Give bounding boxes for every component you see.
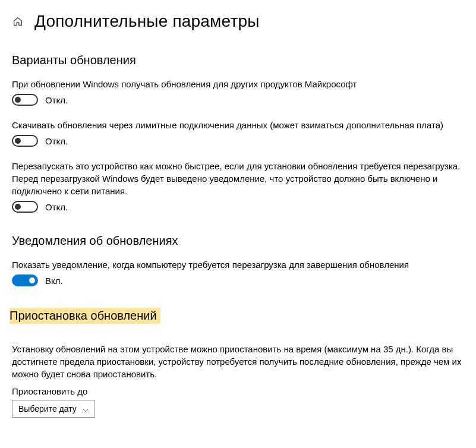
toggle-state-label: Откл.	[45, 95, 68, 105]
section-notifications: Уведомления об обновлениях Показать увед…	[12, 234, 464, 286]
section-pause-updates: Приостановка обновлений Установку обновл…	[12, 308, 464, 418]
section-title-pause-updates: Приостановка обновлений	[10, 308, 160, 324]
pause-description: Установку обновлений на этом устройстве …	[12, 343, 464, 380]
toggle-state-label: Откл.	[45, 136, 68, 146]
toggle-knob	[15, 138, 21, 144]
toggle-knob	[15, 204, 21, 210]
page-header: Дополнительные параметры	[12, 12, 464, 31]
option-desc: Перезапускать это устройство как можно б…	[12, 160, 464, 197]
option-desc: При обновлении Windows получать обновлен…	[12, 78, 464, 90]
toggle-restart-notification[interactable]	[12, 275, 38, 286]
toggle-row: Вкл.	[12, 275, 464, 286]
section-update-options: Варианты обновления При обновлении Windo…	[12, 53, 464, 213]
toggle-metered-connection[interactable]	[12, 135, 38, 147]
section-title-notifications: Уведомления об обновлениях	[12, 234, 464, 248]
toggle-state-label: Откл.	[45, 202, 68, 212]
pause-until-label: Приостановить до	[12, 386, 464, 396]
toggle-restart-asap[interactable]	[12, 201, 38, 213]
option-restart-notification: Показать уведомление, когда компьютеру т…	[12, 258, 464, 286]
toggle-row: Откл.	[12, 201, 464, 213]
option-restart-asap: Перезапускать это устройство как можно б…	[12, 160, 464, 213]
chevron-down-icon	[83, 406, 89, 412]
option-other-products: При обновлении Windows получать обновлен…	[12, 78, 464, 106]
toggle-row: Откл.	[12, 94, 464, 106]
section-title-update-options: Варианты обновления	[12, 53, 464, 67]
option-desc: Показать уведомление, когда компьютеру т…	[12, 258, 464, 271]
home-icon[interactable]	[12, 15, 24, 27]
toggle-row: Откл.	[12, 135, 464, 147]
page-title: Дополнительные параметры	[34, 12, 260, 31]
toggle-other-products[interactable]	[12, 94, 38, 106]
date-select-value: Выберите дату	[18, 404, 77, 414]
option-metered-connection: Скачивать обновления через лимитные подк…	[12, 119, 464, 147]
option-desc: Скачивать обновления через лимитные подк…	[12, 119, 464, 131]
toggle-knob	[15, 97, 21, 103]
date-select-dropdown[interactable]: Выберите дату	[12, 400, 95, 418]
toggle-state-label: Вкл.	[45, 276, 63, 286]
toggle-knob	[29, 277, 35, 283]
